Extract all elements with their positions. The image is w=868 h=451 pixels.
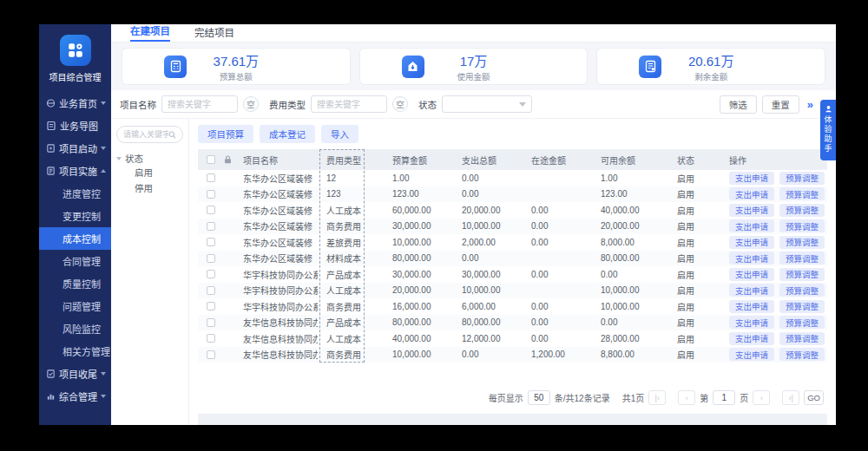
go-button[interactable]: GO <box>804 390 824 405</box>
budget-adjust-button[interactable]: 预算调整 <box>779 236 825 249</box>
sidebar-sub-item[interactable]: 合同管理 <box>39 250 111 272</box>
sidebar-sub-item[interactable]: 变更控制 <box>39 205 111 227</box>
calculator-icon <box>164 56 187 78</box>
cell-available-balance: 0.00 <box>601 317 677 327</box>
collapse-panel-icon[interactable]: » <box>807 98 813 111</box>
sidebar-sub-item[interactable]: 进度管控 <box>39 182 111 205</box>
expense-apply-button[interactable]: 支出申请 <box>729 316 774 329</box>
header-expense-total[interactable]: 支出总额 <box>462 154 531 167</box>
sidebar-sub-item[interactable]: 质量控制 <box>39 272 111 295</box>
sidebar-sub-item[interactable]: 相关方管理 <box>39 340 111 363</box>
budget-adjust-button[interactable]: 预算调整 <box>779 187 825 200</box>
select-all-checkbox[interactable] <box>207 155 215 164</box>
budget-adjust-button[interactable]: 预算调整 <box>779 252 825 265</box>
expense-apply-button[interactable]: 支出申请 <box>729 236 774 249</box>
tab-in-progress-projects[interactable]: 在建项目 <box>130 24 170 42</box>
cost-register-button[interactable]: 成本登记 <box>260 125 315 143</box>
page-number-input[interactable]: 1 <box>713 390 735 405</box>
chevron-down-icon <box>101 372 106 376</box>
sidebar-item-general-management[interactable]: 综合管理 <box>39 385 111 408</box>
cell-cost-type: 产品成本 <box>318 268 392 281</box>
row-checkbox[interactable] <box>207 350 215 359</box>
row-checkbox[interactable] <box>207 190 215 199</box>
budget-adjust-button[interactable]: 预算调整 <box>779 284 825 297</box>
row-checkbox[interactable] <box>207 222 215 231</box>
expense-apply-button[interactable]: 支出申请 <box>729 252 774 265</box>
header-status[interactable]: 状态 <box>677 154 729 167</box>
status-filter-select[interactable] <box>442 95 532 113</box>
business-map-icon <box>46 121 56 131</box>
cell-available-balance: 0.00 <box>601 270 677 279</box>
budget-adjust-button[interactable]: 预算调整 <box>779 172 825 185</box>
tree-search-box[interactable] <box>116 126 183 143</box>
row-checkbox[interactable] <box>207 238 215 246</box>
expense-apply-button[interactable]: 支出申请 <box>729 172 774 185</box>
sidebar-item-project-start[interactable]: 项目启动 <box>39 137 111 160</box>
row-checkbox[interactable] <box>207 254 215 263</box>
cell-cost-type: 产品成本 <box>318 316 392 329</box>
next-page-button[interactable]: › <box>753 390 770 405</box>
tree-search-input[interactable] <box>123 130 168 139</box>
tab-completed-projects[interactable]: 完结项目 <box>194 25 234 42</box>
row-checkbox[interactable] <box>207 286 215 295</box>
sidebar-sub-item[interactable]: 风险监控 <box>39 317 111 340</box>
budget-adjust-button[interactable]: 预算调整 <box>779 300 825 313</box>
header-cost-type[interactable]: 费用类型 <box>318 154 392 167</box>
per-page-input[interactable]: 50 <box>528 390 550 405</box>
filter-button[interactable]: 筛选 <box>720 95 757 114</box>
row-checkbox[interactable] <box>207 318 215 327</box>
cost-type-filter-input[interactable] <box>311 95 387 113</box>
tree-leaf-disabled[interactable]: 停用 <box>116 180 183 196</box>
row-checkbox[interactable] <box>207 302 215 310</box>
budget-adjust-button[interactable]: 预算调整 <box>779 316 825 329</box>
cell-operations: 支出申请 预算调整 <box>729 284 827 297</box>
budget-adjust-button[interactable]: 预算调整 <box>779 204 825 217</box>
row-checkbox[interactable] <box>207 173 215 182</box>
sidebar-sub-item[interactable]: 成本控制 <box>39 227 111 250</box>
row-checkbox[interactable] <box>207 206 215 214</box>
import-button[interactable]: 导入 <box>321 125 358 143</box>
first-page-button[interactable]: |‹ <box>648 390 666 405</box>
header-in-transit-amount[interactable]: 在途金额 <box>531 154 601 167</box>
sidebar-sub-item[interactable]: 问题管理 <box>39 295 111 317</box>
budget-adjust-button[interactable]: 预算调整 <box>779 348 825 361</box>
remaining-amount-label: 剩余金额 <box>597 70 825 82</box>
row-checkbox[interactable] <box>207 270 215 278</box>
project-name-empty-toggle[interactable]: 空 <box>243 96 259 112</box>
expense-apply-button[interactable]: 支出申请 <box>729 332 774 345</box>
sidebar-item-project-implement[interactable]: 项目实施 <box>39 160 111 182</box>
budget-adjust-button[interactable]: 预算调整 <box>779 268 825 281</box>
row-checkbox[interactable] <box>207 334 215 343</box>
cell-cost-type: 商务费用 <box>318 348 392 361</box>
project-name-filter-input[interactable] <box>161 95 238 113</box>
pagination: 每页显示 50 条/共12条记录 共1页 |‹ ‹ 第 1 页 › ›| GO <box>198 380 827 414</box>
budget-adjust-button[interactable]: 预算调整 <box>779 219 825 232</box>
sidebar-item-business-map[interactable]: 业务导图 <box>39 114 111 137</box>
general-management-icon <box>46 391 56 402</box>
tree-leaf-enabled[interactable]: 启用 <box>116 165 183 180</box>
budget-adjust-button[interactable]: 预算调整 <box>779 332 825 345</box>
cost-type-empty-toggle[interactable]: 空 <box>392 96 408 112</box>
status-filter-label: 状态 <box>418 98 437 111</box>
sidebar-item-project-closing[interactable]: 项目收尾 <box>39 363 111 385</box>
expense-apply-button[interactable]: 支出申请 <box>729 187 774 200</box>
sidebar-item-business-home[interactable]: 业务首页 <box>39 92 111 114</box>
cell-project-name: 东华办公区域装修 <box>243 252 318 265</box>
experience-assistant-tab[interactable]: 体验助手 <box>820 100 836 160</box>
expense-apply-button[interactable]: 支出申请 <box>729 348 774 361</box>
last-page-button[interactable]: ›| <box>782 390 799 405</box>
project-budget-button[interactable]: 项目预算 <box>198 125 253 143</box>
expense-apply-button[interactable]: 支出申请 <box>729 300 774 313</box>
reset-button[interactable]: 重置 <box>762 95 799 114</box>
header-budget-amount[interactable]: 预算金额 <box>392 154 462 167</box>
prev-page-button[interactable]: ‹ <box>678 390 695 405</box>
header-project-name[interactable]: 项目名称 <box>243 154 318 167</box>
expense-apply-button[interactable]: 支出申请 <box>729 284 774 297</box>
expense-apply-button[interactable]: 支出申请 <box>729 268 774 281</box>
cell-cost-type: 商务费用 <box>318 300 392 313</box>
header-available-balance[interactable]: 可用余额 <box>601 154 677 167</box>
cell-project-name: 华宇科技协同办公系... <box>243 300 318 313</box>
tree-node-status[interactable]: 状态 <box>116 152 183 165</box>
expense-apply-button[interactable]: 支出申请 <box>729 204 774 217</box>
expense-apply-button[interactable]: 支出申请 <box>729 219 774 232</box>
